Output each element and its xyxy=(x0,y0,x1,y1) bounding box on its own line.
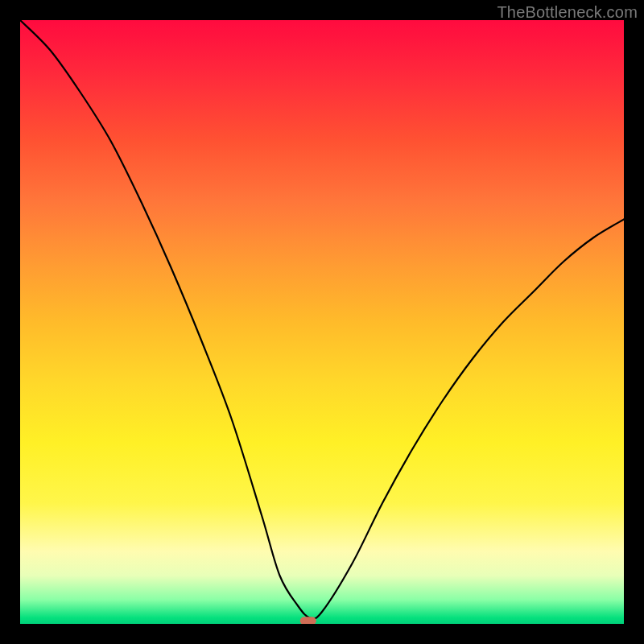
plot-area xyxy=(20,20,624,624)
bottleneck-curve xyxy=(20,20,624,619)
chart-frame: TheBottleneck.com xyxy=(0,0,644,644)
curve-svg xyxy=(20,20,624,624)
minimum-marker xyxy=(300,617,316,624)
watermark-text: TheBottleneck.com xyxy=(497,3,638,22)
